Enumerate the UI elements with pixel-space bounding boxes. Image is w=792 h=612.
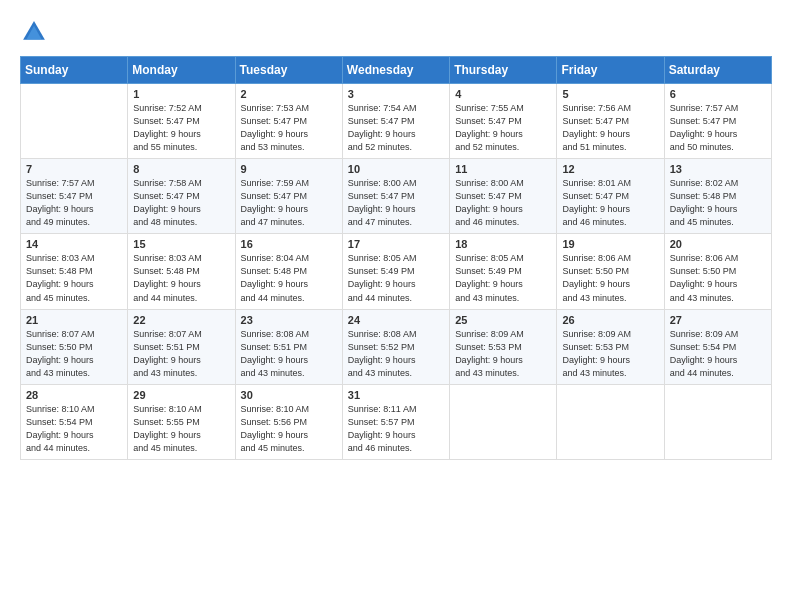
day-number: 19 xyxy=(562,238,658,250)
day-detail: Sunrise: 8:03 AMSunset: 5:48 PMDaylight:… xyxy=(26,252,122,304)
day-number: 22 xyxy=(133,314,229,326)
day-detail: Sunrise: 8:11 AMSunset: 5:57 PMDaylight:… xyxy=(348,403,444,455)
page: SundayMondayTuesdayWednesdayThursdayFrid… xyxy=(0,0,792,612)
day-number: 1 xyxy=(133,88,229,100)
day-number: 5 xyxy=(562,88,658,100)
day-number: 9 xyxy=(241,163,337,175)
day-detail: Sunrise: 8:01 AMSunset: 5:47 PMDaylight:… xyxy=(562,177,658,229)
day-detail: Sunrise: 8:06 AMSunset: 5:50 PMDaylight:… xyxy=(670,252,766,304)
logo xyxy=(20,18,52,46)
day-detail: Sunrise: 8:09 AMSunset: 5:53 PMDaylight:… xyxy=(562,328,658,380)
day-detail: Sunrise: 8:03 AMSunset: 5:48 PMDaylight:… xyxy=(133,252,229,304)
weekday-header: Friday xyxy=(557,57,664,84)
day-detail: Sunrise: 8:07 AMSunset: 5:50 PMDaylight:… xyxy=(26,328,122,380)
calendar-header-row: SundayMondayTuesdayWednesdayThursdayFrid… xyxy=(21,57,772,84)
day-number: 3 xyxy=(348,88,444,100)
calendar-cell: 3Sunrise: 7:54 AMSunset: 5:47 PMDaylight… xyxy=(342,84,449,159)
day-detail: Sunrise: 7:58 AMSunset: 5:47 PMDaylight:… xyxy=(133,177,229,229)
calendar-cell: 29Sunrise: 8:10 AMSunset: 5:55 PMDayligh… xyxy=(128,384,235,459)
day-number: 30 xyxy=(241,389,337,401)
calendar-cell xyxy=(557,384,664,459)
calendar-cell: 18Sunrise: 8:05 AMSunset: 5:49 PMDayligh… xyxy=(450,234,557,309)
weekday-header: Tuesday xyxy=(235,57,342,84)
day-detail: Sunrise: 7:56 AMSunset: 5:47 PMDaylight:… xyxy=(562,102,658,154)
weekday-header: Thursday xyxy=(450,57,557,84)
day-number: 25 xyxy=(455,314,551,326)
day-number: 13 xyxy=(670,163,766,175)
calendar-cell: 24Sunrise: 8:08 AMSunset: 5:52 PMDayligh… xyxy=(342,309,449,384)
calendar-cell: 7Sunrise: 7:57 AMSunset: 5:47 PMDaylight… xyxy=(21,159,128,234)
day-detail: Sunrise: 8:10 AMSunset: 5:55 PMDaylight:… xyxy=(133,403,229,455)
calendar-cell: 5Sunrise: 7:56 AMSunset: 5:47 PMDaylight… xyxy=(557,84,664,159)
day-detail: Sunrise: 8:10 AMSunset: 5:56 PMDaylight:… xyxy=(241,403,337,455)
calendar-cell: 6Sunrise: 7:57 AMSunset: 5:47 PMDaylight… xyxy=(664,84,771,159)
calendar-week-row: 14Sunrise: 8:03 AMSunset: 5:48 PMDayligh… xyxy=(21,234,772,309)
weekday-header: Monday xyxy=(128,57,235,84)
day-detail: Sunrise: 8:09 AMSunset: 5:53 PMDaylight:… xyxy=(455,328,551,380)
day-number: 28 xyxy=(26,389,122,401)
weekday-header: Saturday xyxy=(664,57,771,84)
calendar-cell: 14Sunrise: 8:03 AMSunset: 5:48 PMDayligh… xyxy=(21,234,128,309)
day-detail: Sunrise: 7:57 AMSunset: 5:47 PMDaylight:… xyxy=(26,177,122,229)
day-detail: Sunrise: 8:08 AMSunset: 5:51 PMDaylight:… xyxy=(241,328,337,380)
day-number: 26 xyxy=(562,314,658,326)
calendar-cell: 12Sunrise: 8:01 AMSunset: 5:47 PMDayligh… xyxy=(557,159,664,234)
day-number: 17 xyxy=(348,238,444,250)
day-detail: Sunrise: 8:00 AMSunset: 5:47 PMDaylight:… xyxy=(455,177,551,229)
day-number: 6 xyxy=(670,88,766,100)
calendar-cell xyxy=(21,84,128,159)
day-number: 31 xyxy=(348,389,444,401)
day-detail: Sunrise: 8:02 AMSunset: 5:48 PMDaylight:… xyxy=(670,177,766,229)
calendar-cell: 17Sunrise: 8:05 AMSunset: 5:49 PMDayligh… xyxy=(342,234,449,309)
weekday-header: Wednesday xyxy=(342,57,449,84)
day-detail: Sunrise: 8:05 AMSunset: 5:49 PMDaylight:… xyxy=(348,252,444,304)
calendar-week-row: 7Sunrise: 7:57 AMSunset: 5:47 PMDaylight… xyxy=(21,159,772,234)
day-number: 16 xyxy=(241,238,337,250)
calendar-week-row: 21Sunrise: 8:07 AMSunset: 5:50 PMDayligh… xyxy=(21,309,772,384)
calendar-cell: 20Sunrise: 8:06 AMSunset: 5:50 PMDayligh… xyxy=(664,234,771,309)
day-number: 2 xyxy=(241,88,337,100)
day-number: 27 xyxy=(670,314,766,326)
calendar-cell: 28Sunrise: 8:10 AMSunset: 5:54 PMDayligh… xyxy=(21,384,128,459)
day-number: 21 xyxy=(26,314,122,326)
day-detail: Sunrise: 7:52 AMSunset: 5:47 PMDaylight:… xyxy=(133,102,229,154)
day-number: 18 xyxy=(455,238,551,250)
calendar: SundayMondayTuesdayWednesdayThursdayFrid… xyxy=(20,56,772,460)
day-number: 29 xyxy=(133,389,229,401)
day-detail: Sunrise: 8:08 AMSunset: 5:52 PMDaylight:… xyxy=(348,328,444,380)
calendar-cell: 16Sunrise: 8:04 AMSunset: 5:48 PMDayligh… xyxy=(235,234,342,309)
day-detail: Sunrise: 7:57 AMSunset: 5:47 PMDaylight:… xyxy=(670,102,766,154)
day-detail: Sunrise: 8:10 AMSunset: 5:54 PMDaylight:… xyxy=(26,403,122,455)
day-detail: Sunrise: 7:53 AMSunset: 5:47 PMDaylight:… xyxy=(241,102,337,154)
logo-icon xyxy=(20,18,48,46)
calendar-cell: 26Sunrise: 8:09 AMSunset: 5:53 PMDayligh… xyxy=(557,309,664,384)
calendar-cell: 2Sunrise: 7:53 AMSunset: 5:47 PMDaylight… xyxy=(235,84,342,159)
day-detail: Sunrise: 8:04 AMSunset: 5:48 PMDaylight:… xyxy=(241,252,337,304)
calendar-week-row: 1Sunrise: 7:52 AMSunset: 5:47 PMDaylight… xyxy=(21,84,772,159)
calendar-cell: 22Sunrise: 8:07 AMSunset: 5:51 PMDayligh… xyxy=(128,309,235,384)
calendar-cell: 25Sunrise: 8:09 AMSunset: 5:53 PMDayligh… xyxy=(450,309,557,384)
day-detail: Sunrise: 8:06 AMSunset: 5:50 PMDaylight:… xyxy=(562,252,658,304)
calendar-cell: 9Sunrise: 7:59 AMSunset: 5:47 PMDaylight… xyxy=(235,159,342,234)
calendar-cell xyxy=(450,384,557,459)
calendar-cell: 13Sunrise: 8:02 AMSunset: 5:48 PMDayligh… xyxy=(664,159,771,234)
calendar-cell: 15Sunrise: 8:03 AMSunset: 5:48 PMDayligh… xyxy=(128,234,235,309)
calendar-cell: 27Sunrise: 8:09 AMSunset: 5:54 PMDayligh… xyxy=(664,309,771,384)
day-number: 12 xyxy=(562,163,658,175)
day-detail: Sunrise: 8:05 AMSunset: 5:49 PMDaylight:… xyxy=(455,252,551,304)
day-detail: Sunrise: 8:09 AMSunset: 5:54 PMDaylight:… xyxy=(670,328,766,380)
day-number: 15 xyxy=(133,238,229,250)
day-number: 14 xyxy=(26,238,122,250)
day-number: 20 xyxy=(670,238,766,250)
weekday-header: Sunday xyxy=(21,57,128,84)
calendar-cell: 10Sunrise: 8:00 AMSunset: 5:47 PMDayligh… xyxy=(342,159,449,234)
calendar-cell: 8Sunrise: 7:58 AMSunset: 5:47 PMDaylight… xyxy=(128,159,235,234)
day-detail: Sunrise: 7:59 AMSunset: 5:47 PMDaylight:… xyxy=(241,177,337,229)
calendar-cell: 4Sunrise: 7:55 AMSunset: 5:47 PMDaylight… xyxy=(450,84,557,159)
calendar-cell: 30Sunrise: 8:10 AMSunset: 5:56 PMDayligh… xyxy=(235,384,342,459)
day-number: 4 xyxy=(455,88,551,100)
day-number: 11 xyxy=(455,163,551,175)
day-detail: Sunrise: 8:00 AMSunset: 5:47 PMDaylight:… xyxy=(348,177,444,229)
calendar-week-row: 28Sunrise: 8:10 AMSunset: 5:54 PMDayligh… xyxy=(21,384,772,459)
calendar-cell: 19Sunrise: 8:06 AMSunset: 5:50 PMDayligh… xyxy=(557,234,664,309)
